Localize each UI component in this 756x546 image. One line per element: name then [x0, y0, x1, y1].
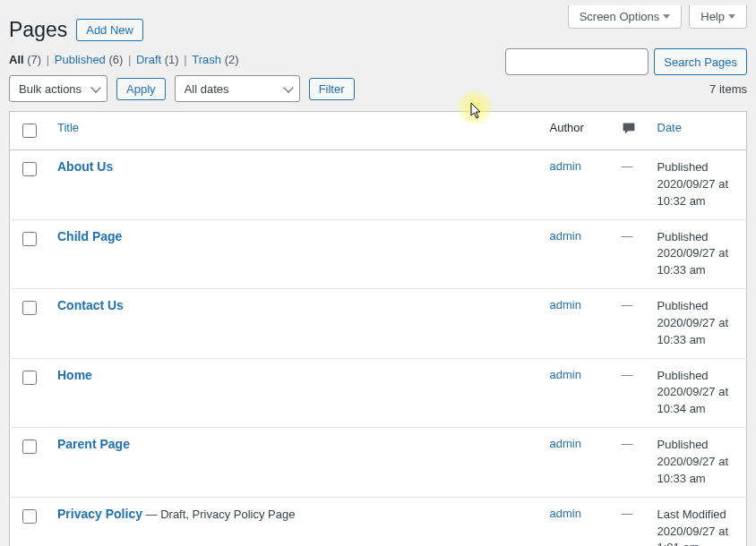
- item-count: 7 items: [709, 82, 747, 96]
- table-row: Privacy Policy — Draft, Privacy Policy P…: [10, 497, 747, 546]
- filter-link[interactable]: Trash: [192, 53, 221, 66]
- date-cell: Published2020/09/27 at 10:33 am: [649, 219, 747, 289]
- comment-icon: [622, 124, 636, 138]
- column-author: Author: [541, 112, 613, 150]
- filter-link[interactable]: Published: [55, 53, 106, 66]
- page-title-link[interactable]: Privacy Policy: [57, 507, 142, 521]
- table-row: Parent Page admin — Published2020/09/27 …: [10, 428, 747, 498]
- comments-count: —: [622, 507, 633, 520]
- author-link[interactable]: admin: [550, 368, 581, 381]
- pages-table: Title Author Date About Us admin — Publi…: [9, 111, 747, 546]
- bulk-action-select[interactable]: Bulk actions: [9, 75, 107, 102]
- author-link[interactable]: admin: [550, 437, 581, 450]
- comments-count: —: [622, 229, 633, 243]
- page-title-link[interactable]: Home: [57, 368, 92, 382]
- search-input[interactable]: [505, 48, 649, 75]
- author-link[interactable]: admin: [550, 298, 581, 311]
- filter-link[interactable]: All: [9, 53, 24, 66]
- page-title: Pages: [9, 18, 67, 42]
- author-link[interactable]: admin: [550, 229, 581, 243]
- page-title-link[interactable]: Child Page: [57, 229, 122, 243]
- date-cell: Published2020/09/27 at 10:33 am: [649, 428, 747, 498]
- add-new-button[interactable]: Add New: [76, 19, 143, 41]
- date-cell: Published2020/09/27 at 10:34 am: [649, 358, 747, 428]
- row-checkbox[interactable]: [22, 162, 37, 176]
- select-all-checkbox[interactable]: [22, 124, 37, 138]
- row-checkbox[interactable]: [22, 509, 37, 524]
- chevron-down-icon: [663, 14, 670, 19]
- chevron-down-icon: [90, 82, 100, 92]
- column-comments[interactable]: [613, 112, 649, 150]
- help-label: Help: [700, 10, 725, 23]
- row-checkbox[interactable]: [22, 232, 37, 246]
- filter-link[interactable]: Draft: [136, 53, 161, 66]
- comments-count: —: [622, 159, 633, 173]
- author-link[interactable]: admin: [550, 507, 581, 520]
- page-title-link[interactable]: Contact Us: [57, 298, 124, 312]
- help-button[interactable]: Help: [689, 5, 747, 29]
- filter-button[interactable]: Filter: [309, 78, 355, 100]
- row-checkbox[interactable]: [22, 301, 37, 315]
- comments-count: —: [622, 437, 633, 450]
- row-checkbox[interactable]: [22, 439, 37, 454]
- apply-button[interactable]: Apply: [116, 78, 166, 100]
- column-title[interactable]: Title: [48, 112, 541, 150]
- bulk-action-label: Bulk actions: [19, 82, 82, 96]
- search-button[interactable]: Search Pages: [654, 48, 747, 75]
- table-row: Child Page admin — Published2020/09/27 a…: [10, 219, 747, 289]
- author-link[interactable]: admin: [550, 159, 581, 173]
- row-checkbox[interactable]: [22, 371, 37, 385]
- chevron-down-icon: [728, 14, 735, 19]
- date-filter-label: All dates: [185, 82, 229, 96]
- date-filter-select[interactable]: All dates: [175, 75, 300, 102]
- page-title-link[interactable]: About Us: [57, 159, 113, 174]
- date-cell: Last Modified2020/09/27 at 1:01 am: [649, 497, 747, 546]
- date-cell: Published2020/09/27 at 10:33 am: [649, 289, 747, 359]
- screen-options-label: Screen Options: [580, 10, 660, 23]
- screen-options-button[interactable]: Screen Options: [568, 5, 683, 29]
- comments-count: —: [622, 298, 633, 311]
- column-date[interactable]: Date: [649, 112, 747, 150]
- post-state: — Draft, Privacy Policy Page: [142, 508, 296, 521]
- table-row: Contact Us admin — Published2020/09/27 a…: [10, 289, 747, 359]
- table-row: Home admin — Published2020/09/27 at 10:3…: [10, 358, 747, 428]
- comments-count: —: [622, 368, 633, 381]
- table-row: About Us admin — Published2020/09/27 at …: [10, 150, 747, 220]
- chevron-down-icon: [283, 82, 293, 92]
- date-cell: Published2020/09/27 at 10:32 am: [649, 150, 747, 220]
- page-title-link[interactable]: Parent Page: [57, 437, 130, 451]
